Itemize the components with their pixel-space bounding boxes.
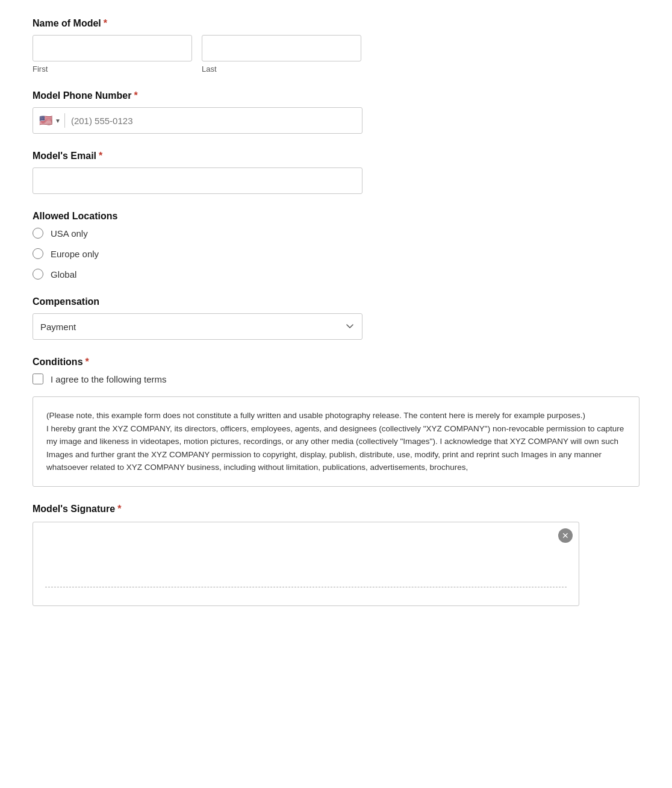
conditions-checkbox-item[interactable]: I agree to the following terms (33, 374, 639, 384)
conditions-label: Conditions* (33, 357, 639, 367)
us-flag-icon: 🇺🇸 (39, 114, 52, 127)
location-usa-radio[interactable] (33, 228, 43, 239)
phone-input[interactable] (71, 116, 356, 126)
email-label-text: Model's Email (33, 151, 96, 161)
compensation-label: Compensation (33, 296, 639, 307)
email-label: Model's Email* (33, 151, 639, 161)
first-name-group: First (33, 35, 192, 73)
location-europe-radio[interactable] (33, 248, 43, 259)
phone-flag-selector[interactable]: 🇺🇸 ▼ (39, 114, 61, 127)
terms-text-box: (Please note, this example form does not… (33, 396, 639, 487)
required-star-email: * (99, 151, 102, 161)
locations-label: Allowed Locations (33, 211, 639, 222)
last-name-input[interactable] (202, 35, 361, 61)
signature-baseline (45, 587, 567, 587)
location-europe-item[interactable]: Europe only (33, 248, 639, 259)
locations-radio-group: USA only Europe only Global (33, 228, 639, 280)
signature-canvas-box[interactable]: ✕ (33, 522, 579, 606)
email-section: Model's Email* (33, 151, 639, 194)
required-star-conditions: * (86, 357, 89, 367)
location-global-item[interactable]: Global (33, 269, 639, 280)
terms-content: (Please note, this example form does not… (46, 411, 624, 472)
name-of-model-section: Name of Model* First Last (33, 18, 639, 73)
signature-section: Model's Signature* ✕ (33, 504, 639, 606)
first-name-sublabel: First (33, 64, 192, 73)
last-name-sublabel: Last (202, 64, 361, 73)
email-input[interactable] (33, 167, 362, 194)
last-name-group: Last (202, 35, 361, 73)
location-usa-item[interactable]: USA only (33, 228, 639, 239)
conditions-label-text: Conditions (33, 357, 83, 367)
required-star-phone: * (134, 90, 137, 101)
phone-label: Model Phone Number* (33, 90, 639, 101)
location-usa-label: USA only (51, 228, 88, 239)
name-of-model-label: Name of Model* (33, 18, 639, 29)
signature-label: Model's Signature* (33, 504, 639, 514)
required-star-signature: * (117, 504, 121, 514)
required-star-name: * (104, 18, 107, 28)
conditions-checkbox[interactable] (33, 374, 43, 384)
conditions-section: Conditions* I agree to the following ter… (33, 357, 639, 384)
compensation-section: Compensation Payment Trade Free (33, 296, 639, 340)
signature-clear-button[interactable]: ✕ (558, 528, 573, 543)
first-name-input[interactable] (33, 35, 192, 61)
signature-label-text: Model's Signature (33, 504, 115, 514)
name-row: First Last (33, 35, 639, 73)
location-global-radio[interactable] (33, 269, 43, 280)
phone-section: Model Phone Number* 🇺🇸 ▼ (33, 90, 639, 134)
locations-section: Allowed Locations USA only Europe only G… (33, 211, 639, 280)
phone-label-text: Model Phone Number (33, 90, 131, 101)
location-europe-label: Europe only (51, 249, 99, 259)
close-icon: ✕ (562, 531, 569, 540)
flag-chevron-icon: ▼ (55, 117, 61, 124)
location-global-label: Global (51, 269, 76, 280)
compensation-select[interactable]: Payment Trade Free (33, 313, 362, 340)
phone-divider (64, 113, 65, 128)
name-label-text: Name of Model (33, 18, 101, 28)
phone-input-wrapper: 🇺🇸 ▼ (33, 107, 362, 134)
conditions-checkbox-label: I agree to the following terms (51, 374, 167, 384)
